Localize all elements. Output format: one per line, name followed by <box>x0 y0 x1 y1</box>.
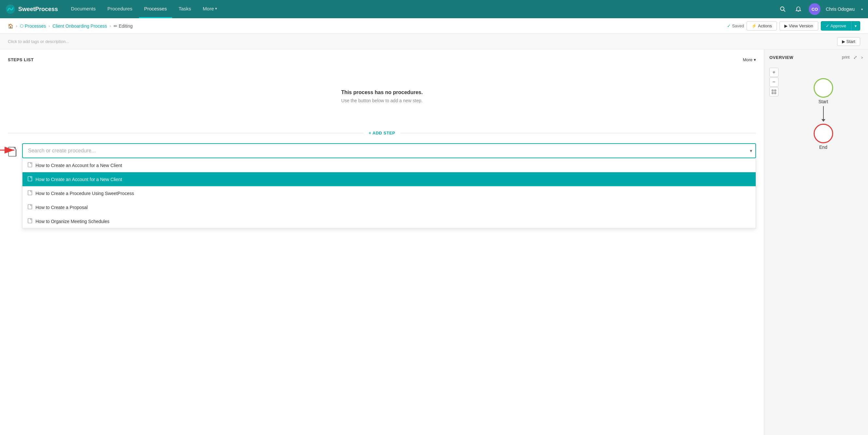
flow-start-label: Start <box>818 99 828 104</box>
breadcrumb-process-name[interactable]: Client Onboarding Process <box>53 24 107 29</box>
procedure-selector-area: ▾ How to Create an Account for a New Cli… <box>8 143 756 159</box>
dropdown-item-2-label: How to Create an Account for a New Clien… <box>35 177 122 182</box>
add-step-line-right <box>400 133 756 133</box>
dropdown-item-4-label: How to Create a Proposal <box>35 205 88 210</box>
svg-rect-10 <box>28 219 32 223</box>
breadcrumb-sep-3: › <box>110 24 111 28</box>
flow-end-label: End <box>819 145 827 150</box>
svg-rect-6 <box>28 163 32 167</box>
tag-placeholder[interactable]: Click to add tags or description... <box>8 39 69 44</box>
zoom-out-button[interactable]: − <box>769 78 778 87</box>
svg-line-2 <box>784 10 785 11</box>
tag-bar: Click to add tags or description... ▶ St… <box>0 34 868 50</box>
overview-header: OVERVIEW print ⤢ › <box>769 55 863 60</box>
overview-actions: print ⤢ › <box>842 55 863 60</box>
item-doc-icon-5 <box>28 218 32 224</box>
item-doc-icon-4 <box>28 204 32 210</box>
overview-expand-icon[interactable]: ⤢ <box>854 55 857 60</box>
approve-check-icon: ✓ <box>826 24 829 28</box>
item-doc-icon-3 <box>28 190 32 196</box>
dropdown-item-2[interactable]: How to Create an Account for a New Clien… <box>23 172 756 186</box>
dropdown-item-5-label: How to Organize Meeting Schedules <box>35 219 110 224</box>
flow-end-node <box>814 124 833 143</box>
home-icon: 🏠 <box>8 24 13 29</box>
breadcrumb-home[interactable]: 🏠 <box>8 24 13 29</box>
svg-rect-7 <box>28 176 32 181</box>
dropdown-item-1-label: How to Create an Account for a New Clien… <box>35 163 122 168</box>
view-version-button[interactable]: ▶ View Version <box>779 21 818 31</box>
sweetprocess-logo-icon <box>5 4 16 14</box>
breadcrumb-bar: 🏠 › ⬡ Processes › Client Onboarding Proc… <box>0 18 868 34</box>
red-arrow-annotation <box>0 142 21 160</box>
nav-item-tasks[interactable]: Tasks <box>174 0 196 18</box>
user-menu-chevron-icon[interactable]: ▾ <box>861 7 863 11</box>
breadcrumb-processes[interactable]: ⬡ Processes <box>20 24 46 29</box>
zoom-controls: + − <box>769 68 778 96</box>
no-procedures-subtitle: Use the button below to add a new step. <box>14 98 749 103</box>
add-step-row: + ADD STEP <box>8 130 756 136</box>
flow-arrow-line <box>823 106 824 119</box>
nav-item-procedures[interactable]: Procedures <box>102 0 138 18</box>
saved-button[interactable]: ✓ Saved <box>727 24 744 28</box>
no-procedures-message: This process has no procedures. Use the … <box>8 70 756 123</box>
check-icon: ✓ <box>727 24 731 28</box>
overview-panel: OVERVIEW print ⤢ › + − <box>764 50 868 435</box>
steps-more-button[interactable]: More ▾ <box>743 57 756 62</box>
breadcrumb-actions: ✓ Saved ⚡ Actions ▶ View Version ✓ Appro… <box>727 21 860 31</box>
top-navigation: SweetProcess Documents Procedures Proces… <box>0 0 868 18</box>
approve-dropdown-button[interactable]: ▾ <box>851 21 860 31</box>
flow-diagram: Start End <box>769 65 863 155</box>
svg-rect-9 <box>28 204 32 209</box>
flow-start-node-group: Start <box>814 78 833 104</box>
user-avatar[interactable]: CO <box>809 3 820 15</box>
main-content: STEPS LIST More ▾ This process has no pr… <box>0 50 868 435</box>
app-logo[interactable]: SweetProcess <box>5 4 58 14</box>
steps-list-title: STEPS LIST <box>8 57 33 62</box>
chevron-down-icon: ▾ <box>215 6 217 11</box>
breadcrumb: 🏠 › ⬡ Processes › Client Onboarding Proc… <box>8 24 132 29</box>
nav-menu: Documents Procedures Processes Tasks Mor… <box>66 0 777 18</box>
dropdown-item-3-label: How to Create a Procedure Using SweetPro… <box>35 191 134 196</box>
steps-header: STEPS LIST More ▾ <box>8 57 756 62</box>
user-name[interactable]: Chris Odogwu <box>826 6 855 12</box>
start-button[interactable]: ▶ Start <box>837 37 860 46</box>
breadcrumb-editing: ✏ Editing <box>114 24 133 29</box>
dropdown-item-5[interactable]: How to Organize Meeting Schedules <box>23 214 756 228</box>
procedure-search-input[interactable] <box>22 143 756 158</box>
steps-more-chevron-icon: ▾ <box>754 57 756 62</box>
start-play-icon: ▶ <box>842 39 845 44</box>
nav-item-processes[interactable]: Processes <box>139 0 172 18</box>
add-step-line-left <box>8 133 364 133</box>
overview-title: OVERVIEW <box>769 55 794 60</box>
svg-rect-12 <box>775 90 776 91</box>
steps-panel: STEPS LIST More ▾ This process has no pr… <box>0 50 764 435</box>
play-icon: ▶ <box>784 24 787 28</box>
overview-print-label[interactable]: print <box>842 55 849 60</box>
actions-button[interactable]: ⚡ Actions <box>747 21 777 31</box>
dropdown-item-4[interactable]: How to Create a Proposal <box>23 200 756 214</box>
breadcrumb-sep-2: › <box>49 24 50 28</box>
processes-icon: ⬡ <box>20 24 24 28</box>
breadcrumb-sep-1: › <box>16 24 17 28</box>
svg-rect-14 <box>775 92 776 94</box>
notification-bell-icon[interactable] <box>793 4 804 14</box>
dropdown-item-1[interactable]: How to Create an Account for a New Clien… <box>23 158 756 172</box>
svg-rect-11 <box>772 90 773 91</box>
procedure-dropdown-container: ▾ How to Create an Account for a New Cli… <box>22 143 756 158</box>
svg-rect-13 <box>772 92 773 94</box>
nav-item-documents[interactable]: Documents <box>66 0 101 18</box>
search-icon[interactable] <box>777 4 788 14</box>
zoom-fit-button[interactable] <box>769 87 778 96</box>
add-step-button[interactable]: + ADD STEP <box>364 130 400 136</box>
approve-button[interactable]: ✓ Approve <box>821 21 851 31</box>
nav-item-more[interactable]: More ▾ <box>197 0 222 18</box>
app-name: SweetProcess <box>18 6 58 13</box>
dropdown-item-3[interactable]: How to Create a Procedure Using SweetPro… <box>23 186 756 200</box>
item-doc-icon-2 <box>28 176 32 182</box>
flow-arrow-head <box>822 119 825 122</box>
flow-arrow <box>822 104 825 124</box>
procedure-selector-wrapper: ▾ How to Create an Account for a New Cli… <box>8 143 756 159</box>
zoom-in-button[interactable]: + <box>769 68 778 77</box>
bolt-icon: ⚡ <box>751 24 757 28</box>
overview-navigate-icon[interactable]: › <box>861 55 863 60</box>
